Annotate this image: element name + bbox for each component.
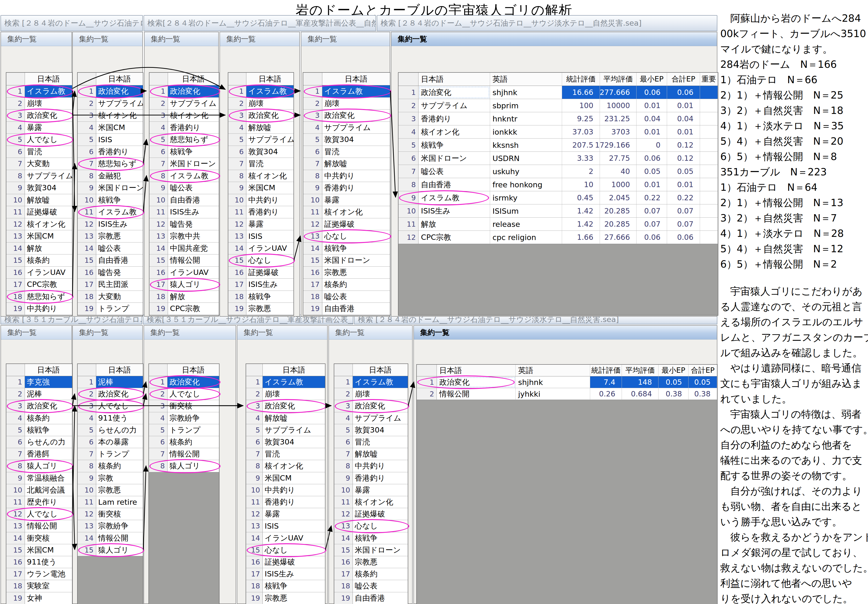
list-row[interactable]: 12ISIS生み — [78, 218, 143, 230]
list-row[interactable]: 14中国共産党 — [149, 243, 219, 255]
list-row[interactable]: 12嘘告発 — [149, 218, 219, 230]
list-row[interactable]: 7大変動 — [6, 158, 72, 170]
list-row[interactable]: 18核戦争 — [228, 291, 293, 303]
list-row[interactable]: 8核イオン化 — [246, 460, 325, 472]
list-row[interactable]: 2サブプライム — [78, 97, 143, 110]
list-row[interactable]: 16嘘告発 — [78, 267, 143, 279]
list-row[interactable]: 9香港釣り — [303, 182, 390, 194]
list-row[interactable]: 10核戦争 — [78, 194, 143, 206]
column-header[interactable]: 最小EP — [659, 365, 688, 376]
list-row[interactable]: 5核戦争 — [6, 424, 72, 436]
list-row[interactable]: 6核戦争 — [149, 146, 219, 158]
list-row[interactable]: 6冒涜 — [303, 146, 390, 158]
table-row[interactable]: 1政治変化shjhnk16.66277.6660.060.06 — [398, 86, 718, 99]
column-header[interactable]: 平均評価 — [600, 73, 637, 86]
list-row[interactable]: 2崩壊 — [228, 97, 293, 110]
list-row[interactable]: 5らせんの力 — [78, 424, 143, 436]
list-row[interactable]: 4核条約 — [6, 412, 72, 424]
list-row[interactable]: 19CPC宗教 — [149, 303, 219, 315]
list-row[interactable]: 13情報公開 — [6, 520, 72, 532]
list-row[interactable]: 11香港釣り — [228, 206, 293, 218]
table-row[interactable]: 2情報公開jyhkki0.260.6840.380.38 — [417, 388, 717, 400]
list-row[interactable]: 12証拠爆破 — [303, 218, 390, 230]
list-row[interactable]: 6本の暴露 — [78, 436, 143, 448]
list-row[interactable]: 6香港釣り — [78, 146, 143, 158]
list-row[interactable]: 18核戦争 — [246, 580, 325, 592]
list-row[interactable]: 2政治変化 — [78, 388, 143, 400]
list-row[interactable]: 17民主団派 — [78, 279, 143, 291]
panel-header[interactable]: 集約一覧 — [144, 32, 218, 46]
list-row[interactable]: 17核条約 — [334, 568, 408, 580]
list-row[interactable]: 13心なし — [303, 230, 390, 243]
list-row[interactable]: 8猿人ゴリ — [6, 460, 72, 472]
list-row[interactable]: 5人でなし — [6, 134, 72, 146]
list-row[interactable]: 10中共釣り — [246, 484, 325, 496]
list-row[interactable]: 13心なし — [334, 520, 408, 532]
list-row[interactable]: 19自由香港 — [303, 303, 390, 315]
list-row[interactable]: 1イスラム教 — [246, 376, 325, 388]
table-row[interactable]: 4核イオン化ionkkk37.0337030.010.01 — [398, 125, 718, 139]
list-row[interactable]: 19宗教悪 — [228, 303, 293, 315]
list-row[interactable]: 2人でなし — [149, 388, 219, 400]
list-row[interactable]: 1イスラム教 — [228, 85, 293, 97]
panel-header[interactable]: 集約一覧 — [73, 326, 143, 340]
column-header[interactable]: 重要 — [700, 73, 718, 86]
column-header[interactable]: 統計評価 — [562, 73, 600, 86]
list-row[interactable]: 15心なし — [246, 544, 325, 556]
table-row[interactable]: 1政治変化shjhnk7.41480.050.05 — [417, 376, 717, 388]
column-header[interactable]: 英語 — [490, 73, 562, 86]
list-row[interactable]: 8核条約 — [78, 460, 143, 472]
list-row[interactable]: 16証拠爆破 — [246, 556, 325, 568]
list-row[interactable]: 19トランプ — [78, 303, 143, 315]
list-row[interactable]: 4米国CM — [78, 122, 143, 134]
list-row[interactable]: 11核イオン化 — [334, 496, 408, 508]
list-row[interactable]: 15核条約 — [6, 255, 72, 267]
column-header[interactable]: 英語 — [516, 365, 590, 376]
list-row[interactable]: 1政治変化 — [149, 85, 219, 97]
list-row[interactable]: 7解放嘘 — [303, 158, 390, 170]
list-row[interactable]: 3政治変化 — [246, 400, 325, 412]
list-row[interactable]: 12衝突核 — [78, 508, 143, 520]
list-row[interactable]: 9香港釣り — [334, 472, 408, 484]
list-row[interactable]: 18慈悲知らず — [6, 291, 72, 303]
panel-header[interactable]: 集約一覧 — [73, 32, 143, 46]
list-row[interactable]: 4香港釣り — [149, 122, 219, 134]
list-row[interactable]: 5サブプライム — [228, 134, 293, 146]
list-row[interactable]: 16宗教悪 — [334, 556, 408, 568]
list-row[interactable]: 15情報公開 — [149, 255, 219, 267]
list-row[interactable]: 19女神 — [6, 592, 72, 604]
list-row[interactable]: 17猿人ゴリ — [149, 279, 219, 291]
list-row[interactable]: 14イランUAV — [228, 243, 293, 255]
list-row[interactable]: 15猿人ゴリ — [78, 544, 143, 556]
list-row[interactable]: 3核イオン化 — [78, 110, 143, 122]
list-row[interactable]: 14衝突核 — [6, 532, 72, 544]
list-row[interactable]: 5ISIS — [78, 134, 143, 146]
list-row[interactable]: 7慈悲知らず — [78, 158, 143, 170]
list-row[interactable]: 3政治変化 — [228, 110, 293, 122]
list-row[interactable]: 6らせんの力 — [6, 436, 72, 448]
column-header[interactable]: 平均評価 — [622, 365, 659, 376]
list-row[interactable]: 1李克強 — [6, 376, 72, 388]
list-row[interactable]: 18解放 — [149, 291, 219, 303]
panel-header[interactable]: 集約一覧 — [391, 32, 717, 46]
list-row[interactable]: 5敦賀304 — [303, 134, 390, 146]
list-row[interactable]: 16宗教悪 — [303, 267, 390, 279]
list-row[interactable]: 13ISIS — [228, 230, 293, 243]
list-row[interactable]: 11Lam retire — [78, 496, 143, 508]
list-row[interactable]: 12人でなし — [6, 508, 72, 520]
list-row[interactable]: 5サブプライム — [246, 424, 325, 436]
table-row[interactable]: 10ISIS生みISISum1.4220.2850.070.07 — [398, 204, 718, 218]
list-row[interactable]: 2崩壊 — [334, 388, 408, 400]
table-row[interactable]: 6米国ドローンUSDRN3.3327.750.060.12 — [398, 152, 718, 165]
list-row[interactable]: 14イランUAV — [246, 532, 325, 544]
list-row[interactable]: 7冒涜 — [246, 448, 325, 460]
list-row[interactable]: 13米国CM — [6, 230, 72, 243]
list-row[interactable]: 8核イオン化 — [228, 170, 293, 182]
list-row[interactable]: 14情報公開 — [78, 532, 143, 544]
list-row[interactable]: 16イランUAV — [149, 267, 219, 279]
list-row[interactable]: 10解放嘘 — [6, 194, 72, 206]
list-row[interactable]: 9嘘公表 — [149, 182, 219, 194]
list-row[interactable]: 18嘘公表 — [334, 580, 408, 592]
table-row[interactable]: 2サブプライムsbprim100100000.010.01 — [398, 99, 718, 112]
list-row[interactable]: 4宗教紛争 — [149, 412, 219, 424]
